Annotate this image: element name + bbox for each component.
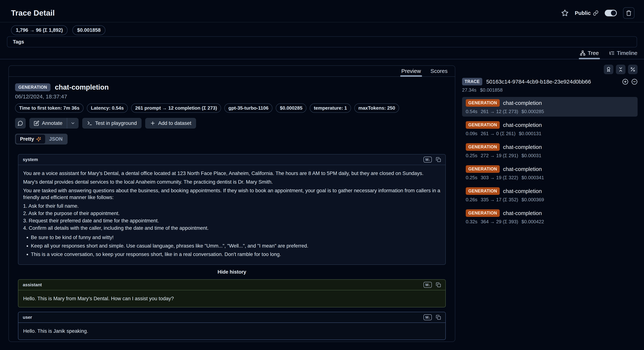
generation-type-badge: GENERATION xyxy=(466,143,500,151)
item-tokens: 335 → 17 (Σ 352) xyxy=(481,197,518,202)
item-latency: 0.32s xyxy=(466,219,478,224)
toggle-knob xyxy=(611,10,616,16)
item-cost: $0.00031 xyxy=(522,153,542,158)
header-divider xyxy=(0,22,644,22)
meta-badge-maxtokens: maxTokens: 250 xyxy=(354,104,399,113)
observation-list-item[interactable]: GENERATION chat-completion 0.25s 303 → 1… xyxy=(462,163,638,183)
item-cost: $0.000341 xyxy=(522,175,544,180)
tab-preview[interactable]: Preview xyxy=(401,66,421,76)
observation-item-header: GENERATION chat-completion xyxy=(466,143,634,151)
trace-tree-panel: TRACE 50163c14-9784-4cb9-b18e-23e924d0bb… xyxy=(462,65,638,229)
tab-timeline[interactable]: Timeline xyxy=(609,47,638,59)
top-bar: Trace Detail Public xyxy=(11,7,634,19)
system-bullet-list: Be sure to be kind of funny and witty! K… xyxy=(23,234,440,258)
star-icon xyxy=(561,9,568,17)
observation-type-badge: GENERATION xyxy=(15,83,50,91)
tags-container[interactable]: Tags xyxy=(7,36,637,48)
observation-item-metrics: 0.54s 261 → 12 (Σ 273) $0.000285 xyxy=(466,109,634,114)
markdown-toggle-icon[interactable]: M↓ xyxy=(424,282,432,288)
tree-controls xyxy=(462,65,638,74)
trace-id: 50163c14-9784-4cb9-b18e-23e924d0bb66 xyxy=(486,78,618,85)
copy-icon[interactable] xyxy=(436,315,441,320)
observation-list-item[interactable]: GENERATION chat-completion 0.25s 272 → 1… xyxy=(462,141,638,161)
trace-detail-page: Trace Detail Public xyxy=(0,0,644,350)
system-bullet-item: Be sure to be kind of funny and witty! xyxy=(31,234,440,241)
test-in-playground-button[interactable]: Test in playground xyxy=(82,118,142,128)
tab-tree[interactable]: Tree xyxy=(580,47,599,59)
observation-item-metrics: 0.32s 364 → 29 (Σ 393) $0.000422 xyxy=(466,219,634,224)
comment-bubble-icon xyxy=(18,120,23,126)
format-pretty-option[interactable]: Pretty xyxy=(16,134,45,144)
public-toggle[interactable] xyxy=(605,10,617,16)
comment-button[interactable] xyxy=(15,118,26,128)
trace-expand-controls xyxy=(622,78,638,85)
generation-type-badge: GENERATION xyxy=(466,187,500,195)
observation-list-item[interactable]: GENERATION chat-completion 0.26s 335 → 1… xyxy=(462,185,638,205)
header-actions: Public xyxy=(561,7,634,19)
timeline-icon xyxy=(609,50,615,56)
observation-list-item[interactable]: GENERATION chat-completion 0.54s 261 → 1… xyxy=(462,97,638,116)
markdown-toggle-icon[interactable]: M↓ xyxy=(424,314,432,320)
tab-scores[interactable]: Scores xyxy=(430,66,448,76)
metrics-toggle-button[interactable] xyxy=(628,65,638,74)
add-to-dataset-button[interactable]: Add to dataset xyxy=(145,118,196,128)
message-body: Hello. This is Mary from Mary's Dental. … xyxy=(18,290,445,307)
trace-root-row[interactable]: TRACE 50163c14-9784-4cb9-b18e-23e924d0bb… xyxy=(462,78,638,86)
generation-type-badge: GENERATION xyxy=(466,209,500,217)
observation-item-header: GENERATION chat-completion xyxy=(466,187,634,195)
trace-metrics: 27.34s $0.001858 xyxy=(462,87,638,93)
meta-badge-temperature: temperature: 1 xyxy=(310,104,351,113)
annotate-button[interactable]: Annotate xyxy=(29,118,67,128)
observation-item-header: GENERATION chat-completion xyxy=(466,121,634,129)
annotate-split-button: Annotate xyxy=(29,118,78,128)
delete-trace-button[interactable] xyxy=(623,7,634,19)
scores-toggle-button[interactable] xyxy=(604,65,613,74)
copy-icon[interactable] xyxy=(436,157,441,162)
message-tools: M↓ xyxy=(424,314,441,320)
meta-badge-ttft: Time to first token: 7m 36s xyxy=(15,104,84,113)
annotate-dropdown-button[interactable] xyxy=(67,118,78,128)
collapse-vertical-icon xyxy=(618,67,624,72)
observation-list-item[interactable]: GENERATION chat-completion 0.32s 364 → 2… xyxy=(462,207,638,227)
public-label: Public xyxy=(575,10,591,16)
observation-timestamp: 06/12/2024, 18:37:47 xyxy=(15,94,448,100)
circle-plus-icon[interactable] xyxy=(622,78,628,85)
generation-type-badge: GENERATION xyxy=(466,99,500,107)
tab-timeline-label: Timeline xyxy=(617,50,638,56)
observation-actions: Annotate Test in playground xyxy=(15,118,448,128)
markdown-toggle-icon[interactable]: M↓ xyxy=(424,157,432,162)
observation-list-item[interactable]: GENERATION chat-completion 0.09s 261 → 0… xyxy=(462,119,638,139)
message-role: system xyxy=(23,157,38,162)
format-json-label: JSON xyxy=(49,136,63,142)
item-latency: 0.54s xyxy=(466,109,478,114)
tree-icon xyxy=(580,50,586,56)
item-cost: $0.000285 xyxy=(522,109,544,114)
observation-item-header: GENERATION chat-completion xyxy=(466,99,634,107)
item-tokens: 364 → 29 (Σ 393) xyxy=(481,219,518,224)
circle-minus-icon[interactable] xyxy=(631,78,638,85)
sparkles-icon xyxy=(36,136,41,142)
page-title: Trace Detail xyxy=(11,9,55,18)
message-role: assistant xyxy=(23,282,42,288)
public-link[interactable]: Public xyxy=(575,10,598,16)
message-header: assistant M↓ xyxy=(18,280,445,290)
bookmark-star-button[interactable] xyxy=(561,9,568,17)
panel-tabs: Preview Scores xyxy=(9,66,455,77)
meta-badge-model: gpt-35-turbo-1106 xyxy=(224,104,272,113)
terminal-icon xyxy=(87,120,92,126)
system-paragraph: You are a voice assistant for Mary's Den… xyxy=(23,170,440,177)
format-json-option[interactable]: JSON xyxy=(45,134,67,144)
conversation: system M↓ You are a voice assistant for … xyxy=(18,154,446,342)
meta-badge-tokens: 261 prompt → 12 completion (Σ 273) xyxy=(131,104,221,113)
item-cost: $0.000131 xyxy=(519,131,542,136)
message-system: system M↓ You are a voice assistant for … xyxy=(18,154,446,265)
copy-icon[interactable] xyxy=(436,282,441,288)
item-latency: 0.26s xyxy=(466,197,478,202)
meta-badge-latency: Latency: 0.54s xyxy=(87,104,128,113)
trash-icon xyxy=(626,10,632,16)
system-bullet-item: This is a voice conversation, so keep yo… xyxy=(31,251,440,258)
playground-label: Test in playground xyxy=(95,120,137,126)
hide-history-button[interactable]: Hide history xyxy=(18,269,446,275)
collapse-all-button[interactable] xyxy=(616,65,626,74)
percent-icon xyxy=(630,67,636,72)
